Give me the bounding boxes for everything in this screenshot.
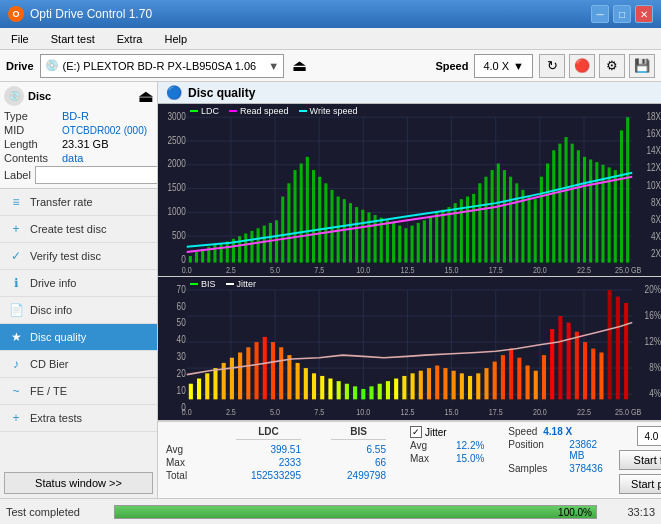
disc-label-input[interactable] xyxy=(35,166,158,184)
svg-rect-165 xyxy=(468,376,472,399)
svg-rect-74 xyxy=(540,177,543,263)
svg-rect-138 xyxy=(246,347,250,399)
sidebar-item-disc-info[interactable]: 📄 Disc info xyxy=(0,297,157,324)
svg-rect-82 xyxy=(589,160,592,263)
ldc-total: 152533295 xyxy=(236,470,301,481)
svg-rect-70 xyxy=(515,183,518,262)
settings-button[interactable]: ⚙ xyxy=(599,54,625,78)
dq-title: Disc quality xyxy=(188,86,255,100)
svg-rect-153 xyxy=(369,386,373,399)
drive-label: Drive xyxy=(6,60,34,72)
disc-eject-icon[interactable]: ⏏ xyxy=(138,87,153,106)
svg-text:25.0 GB: 25.0 GB xyxy=(615,265,642,275)
svg-rect-33 xyxy=(287,183,290,262)
status-time: 33:13 xyxy=(605,506,655,518)
svg-text:40: 40 xyxy=(177,334,186,345)
menu-help[interactable]: Help xyxy=(157,30,194,48)
speed-label: Speed xyxy=(435,60,468,72)
maximize-button[interactable]: □ xyxy=(613,5,631,23)
save-button[interactable]: 💾 xyxy=(629,54,655,78)
dq-header-icon: 🔵 xyxy=(166,85,182,100)
svg-rect-178 xyxy=(575,331,579,399)
speed-select[interactable]: 4.0 X ▼ xyxy=(474,54,533,78)
transfer-rate-label: Transfer rate xyxy=(30,196,93,208)
sidebar-item-cd-bier[interactable]: ♪ CD Bier xyxy=(0,351,157,378)
bis-avg: 6.55 xyxy=(331,444,386,455)
svg-text:10X: 10X xyxy=(646,179,661,191)
svg-text:5.0: 5.0 xyxy=(270,265,280,275)
legend-write-speed: Write speed xyxy=(299,106,358,116)
sidebar-item-create-test-disc[interactable]: + Create test disc xyxy=(0,216,157,243)
svg-text:12.5: 12.5 xyxy=(400,265,414,275)
svg-text:20.0: 20.0 xyxy=(533,265,547,275)
sidebar-item-extra-tests[interactable]: + Extra tests xyxy=(0,405,157,432)
write-speed-color-dot xyxy=(299,110,307,112)
svg-rect-171 xyxy=(517,358,521,400)
eject-icon[interactable]: ⏏ xyxy=(292,56,307,75)
close-button[interactable]: ✕ xyxy=(635,5,653,23)
minimize-button[interactable]: ─ xyxy=(591,5,609,23)
menu-file[interactable]: File xyxy=(4,30,36,48)
svg-text:70: 70 xyxy=(177,284,186,295)
start-part-button[interactable]: Start part xyxy=(619,474,661,494)
svg-rect-58 xyxy=(441,210,444,263)
svg-rect-131 xyxy=(189,384,193,400)
menu-bar: File Start test Extra Help xyxy=(0,28,661,50)
svg-text:0.0: 0.0 xyxy=(182,407,192,417)
svg-text:12%: 12% xyxy=(645,336,661,347)
disc-mid-label: MID xyxy=(4,124,62,136)
main-layout: 💿 Disc ⏏ Type BD-R MID OTCBDR002 (000) L… xyxy=(0,82,661,498)
transfer-rate-icon: ≡ xyxy=(8,194,24,210)
sidebar-item-fe-te[interactable]: ~ FE / TE xyxy=(0,378,157,405)
menu-start-test[interactable]: Start test xyxy=(44,30,102,48)
svg-text:7.5: 7.5 xyxy=(314,265,324,275)
disc-quality-icon-btn[interactable]: 🔴 xyxy=(569,54,595,78)
svg-rect-147 xyxy=(320,376,324,399)
jitter-checkbox[interactable]: ✓ xyxy=(410,426,422,438)
svg-rect-80 xyxy=(577,150,580,262)
fe-te-icon: ~ xyxy=(8,383,24,399)
speed-stat-value: 4.18 X xyxy=(543,426,572,437)
start-full-button[interactable]: Start full xyxy=(619,450,661,470)
svg-rect-17 xyxy=(189,256,192,263)
sidebar-item-disc-quality[interactable]: ★ Disc quality xyxy=(0,324,157,351)
disc-type-label: Type xyxy=(4,110,62,122)
chart2-container: BIS Jitter xyxy=(158,277,661,421)
extra-tests-icon: + xyxy=(8,410,24,426)
svg-text:2X: 2X xyxy=(651,247,661,259)
jitter-color-dot xyxy=(226,283,234,285)
disc-label-row: Label 🖊 xyxy=(4,166,153,184)
disc-icon: 💿 xyxy=(45,59,59,72)
sidebar-item-transfer-rate[interactable]: ≡ Transfer rate xyxy=(0,189,157,216)
status-bar: Test completed 100.0% 33:13 xyxy=(0,498,661,524)
sidebar-item-drive-info[interactable]: ℹ Drive info xyxy=(0,270,157,297)
menu-extra[interactable]: Extra xyxy=(110,30,150,48)
svg-rect-57 xyxy=(435,212,438,262)
svg-rect-72 xyxy=(528,197,531,263)
speed-select-value: 4.0 X xyxy=(644,431,661,442)
svg-text:20.0: 20.0 xyxy=(533,407,547,417)
svg-rect-162 xyxy=(443,368,447,399)
sidebar-item-verify-test-disc[interactable]: ✓ Verify test disc xyxy=(0,243,157,270)
disc-length-label: Length xyxy=(4,138,62,150)
refresh-button[interactable]: ↻ xyxy=(539,54,565,78)
svg-text:3000: 3000 xyxy=(167,110,185,122)
svg-rect-46 xyxy=(367,212,370,262)
svg-text:15.0: 15.0 xyxy=(445,407,459,417)
svg-rect-39 xyxy=(324,183,327,262)
svg-rect-164 xyxy=(460,373,464,399)
svg-rect-49 xyxy=(386,220,389,262)
speed-select-stats[interactable]: 4.0 X ▼ xyxy=(637,426,661,446)
svg-text:8X: 8X xyxy=(651,196,661,208)
jitter-checkbox-row: ✓ Jitter xyxy=(410,426,484,438)
svg-text:12X: 12X xyxy=(646,161,661,173)
svg-text:10.0: 10.0 xyxy=(356,407,370,417)
legend-read-speed: Read speed xyxy=(229,106,289,116)
svg-rect-18 xyxy=(195,252,198,263)
disc-info-label: Disc info xyxy=(30,304,72,316)
status-window-button[interactable]: Status window >> xyxy=(4,472,153,494)
svg-text:1500: 1500 xyxy=(167,181,185,193)
verify-test-disc-label: Verify test disc xyxy=(30,250,101,262)
drive-select[interactable]: 💿 (E:) PLEXTOR BD-R PX-LB950SA 1.06 ▼ xyxy=(40,54,285,78)
ldc-color-dot xyxy=(190,110,198,112)
